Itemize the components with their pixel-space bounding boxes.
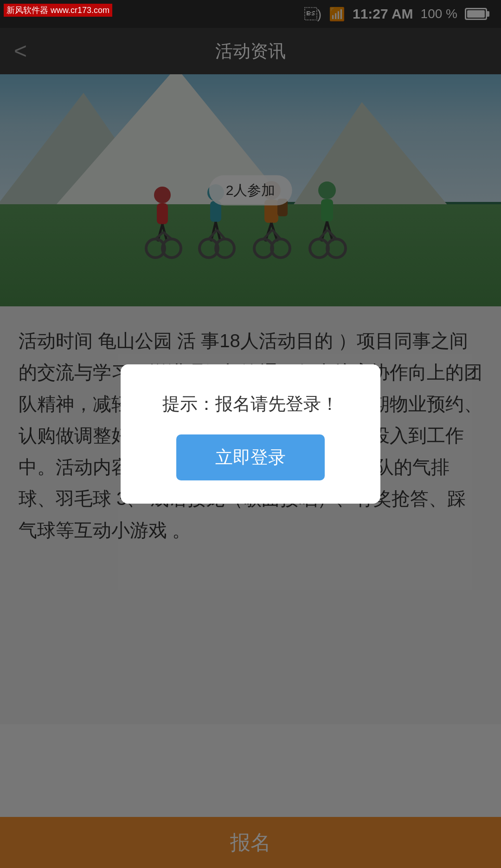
modal-title: 提示：报名请先登录！	[162, 392, 339, 416]
watermark: 新风软件器 www.cr173.com	[4, 4, 112, 17]
modal-box: 提示：报名请先登录！ 立即登录	[121, 364, 380, 504]
modal-overlay: 提示：报名请先登录！ 立即登录	[0, 0, 501, 868]
modal-login-button[interactable]: 立即登录	[176, 434, 325, 480]
